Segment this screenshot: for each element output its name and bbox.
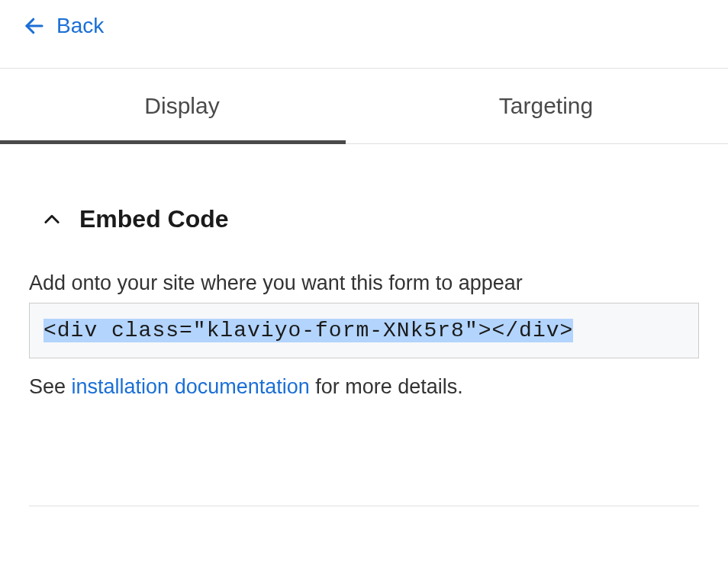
header: Back [0,0,728,68]
back-label: Back [56,14,104,38]
installation-docs-link[interactable]: installation documentation [72,375,310,398]
help-suffix: for more details. [310,375,463,398]
content: Embed Code Add onto your site where you … [0,144,728,506]
arrow-left-icon [23,14,46,37]
chevron-up-icon [29,209,63,230]
embed-code-box[interactable]: <div class="klaviyo-form-XNk5r8"></div> [29,303,699,358]
divider [29,506,699,506]
back-button[interactable]: Back [23,14,104,38]
tab-display-label: Display [144,93,219,118]
tab-targeting-label: Targeting [499,93,593,118]
embed-code-text: <div class="klaviyo-form-XNk5r8"></div> [43,319,573,342]
embed-section-toggle[interactable]: Embed Code [29,205,699,233]
embed-help-text: See installation documentation for more … [29,375,699,399]
embed-instruction: Add onto your site where you want this f… [29,271,699,295]
tab-targeting[interactable]: Targeting [364,69,728,143]
tab-display[interactable]: Display [0,69,364,143]
embed-section-title: Embed Code [79,205,229,233]
tabs: Display Targeting [0,68,728,144]
help-prefix: See [29,375,72,398]
